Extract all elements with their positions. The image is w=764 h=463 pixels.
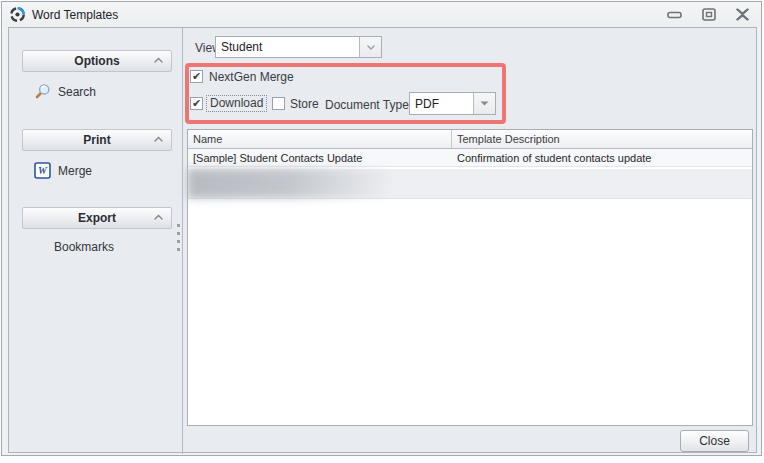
sidebar-item-bookmarks[interactable]: Bookmarks [54, 240, 114, 254]
splitter-grip[interactable] [177, 224, 180, 251]
sidebar-item-merge-label: Merge [58, 164, 92, 178]
close-window-button[interactable] [732, 7, 753, 23]
document-type-combobox[interactable]: PDF [409, 92, 496, 115]
redacted-content [188, 169, 413, 198]
titlebar: Word Templates [2, 2, 761, 27]
minimize-icon [667, 11, 682, 19]
sidebar-item-merge[interactable]: W Merge [34, 162, 92, 179]
chevron-down-icon [480, 101, 489, 106]
sidebar-group-options[interactable]: Options [22, 50, 172, 72]
client-area: Options Search Print W Merge Export [8, 27, 757, 453]
chevron-down-icon [367, 45, 375, 50]
sidebar-item-bookmarks-label: Bookmarks [54, 240, 114, 254]
app-logo-icon [9, 6, 26, 23]
maximize-icon [702, 8, 716, 21]
store-checkbox[interactable] [272, 97, 285, 110]
close-button[interactable]: Close [680, 430, 749, 452]
store-label[interactable]: Store [290, 97, 319, 111]
group-print-label: Print [83, 133, 110, 147]
collapse-chevron-icon[interactable] [154, 57, 163, 63]
sidebar-group-print[interactable]: Print [22, 129, 172, 151]
sidebar-group-export[interactable]: Export [22, 207, 172, 229]
view-value: Student [216, 37, 359, 57]
nextgen-merge-label[interactable]: NextGen Merge [209, 70, 294, 84]
close-button-label: Close [699, 434, 730, 448]
grid-header: Name Template Description [188, 130, 752, 149]
cell-template-description: Confirmation of student contacts update [452, 149, 752, 166]
close-icon [735, 8, 750, 21]
cell-template-name: [Sample] Student Contacts Update [188, 149, 452, 166]
table-row-redacted[interactable] [188, 169, 752, 199]
collapse-chevron-icon[interactable] [154, 136, 163, 142]
nextgen-merge-checkbox[interactable] [190, 70, 203, 83]
group-export-label: Export [78, 211, 116, 225]
templates-grid: Name Template Description [Sample] Stude… [187, 129, 753, 426]
window-title: Word Templates [32, 8, 118, 22]
collapse-chevron-icon[interactable] [154, 214, 163, 220]
sidebar-item-search[interactable]: Search [34, 83, 96, 100]
word-templates-window: Word Templates Options [1, 1, 762, 456]
sidebar-splitter[interactable] [182, 28, 183, 454]
group-options-label: Options [74, 54, 119, 68]
maximize-button[interactable] [698, 7, 719, 23]
magnifier-icon [34, 83, 51, 100]
column-header-description[interactable]: Template Description [452, 130, 752, 148]
download-label[interactable]: Download [206, 95, 267, 112]
view-dropdown-button[interactable] [359, 37, 381, 57]
document-type-dropdown-button[interactable] [473, 93, 495, 114]
word-document-icon: W [34, 162, 51, 179]
download-checkbox[interactable] [190, 97, 203, 110]
sidebar-item-search-label: Search [58, 85, 96, 99]
view-combobox[interactable]: Student [215, 36, 382, 58]
table-row[interactable]: [Sample] Student Contacts Update Confirm… [188, 149, 752, 167]
document-type-value: PDF [410, 93, 473, 114]
column-header-name[interactable]: Name [188, 130, 452, 148]
minimize-button[interactable] [664, 7, 685, 23]
svg-text:W: W [38, 165, 48, 176]
document-type-label: Document Type [325, 98, 409, 112]
